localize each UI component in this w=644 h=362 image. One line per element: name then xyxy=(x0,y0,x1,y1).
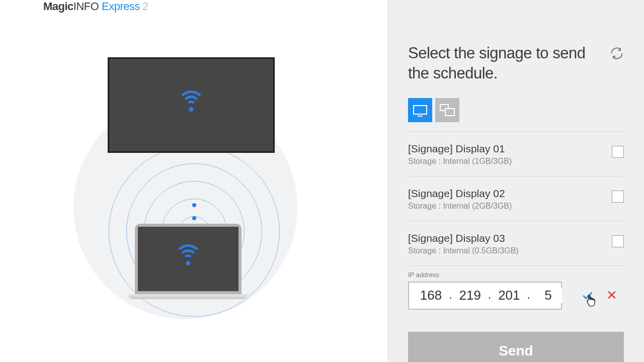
send-button[interactable]: Send xyxy=(408,332,624,362)
ip-octet-1[interactable] xyxy=(417,288,445,303)
multi-display-icon xyxy=(440,104,455,116)
connection-illustration xyxy=(43,50,345,327)
wifi-icon xyxy=(174,248,202,269)
device-list-item[interactable]: [Signage] Display 03 Storage : Internal … xyxy=(408,221,624,265)
ip-confirm-button[interactable] xyxy=(581,289,594,302)
device-checkbox[interactable] xyxy=(612,191,624,203)
ip-octet-3[interactable] xyxy=(495,288,523,303)
device-list-item[interactable]: [Signage] Display 02 Storage : Internal … xyxy=(408,176,624,221)
ip-octet-2[interactable] xyxy=(456,288,484,303)
ip-octet-4[interactable] xyxy=(534,288,562,303)
ip-address-input-group: . . . xyxy=(408,282,562,310)
ip-address-label: IP address xyxy=(408,271,624,279)
device-storage: Storage : Internal (2GB/3GB) xyxy=(408,202,612,211)
app-logo: MagicINFO Express2 xyxy=(43,0,387,13)
refresh-icon xyxy=(610,46,624,60)
device-checkbox[interactable] xyxy=(612,146,624,158)
laptop-device-icon xyxy=(128,224,248,309)
panel-title: Select the signage to send the schedule. xyxy=(408,43,606,84)
device-list-item[interactable]: [Signage] Display 01 Storage : Internal … xyxy=(408,131,624,176)
wifi-icon xyxy=(177,95,205,116)
mode-single-display[interactable] xyxy=(408,98,432,122)
display-device-icon xyxy=(108,57,275,153)
device-name: [Signage] Display 03 xyxy=(408,232,612,244)
device-name: [Signage] Display 02 xyxy=(408,188,612,200)
mode-multi-display[interactable] xyxy=(435,98,459,122)
refresh-button[interactable] xyxy=(610,46,624,60)
device-checkbox[interactable] xyxy=(612,235,624,247)
check-icon xyxy=(581,289,594,302)
device-storage: Storage : Internal (1GB/3GB) xyxy=(408,157,612,166)
ip-cancel-button[interactable]: ✕ xyxy=(606,288,617,303)
single-display-icon xyxy=(413,105,427,115)
device-name: [Signage] Display 01 xyxy=(408,143,612,155)
device-storage: Storage : Internal (0.5GB/3GB) xyxy=(408,246,612,255)
